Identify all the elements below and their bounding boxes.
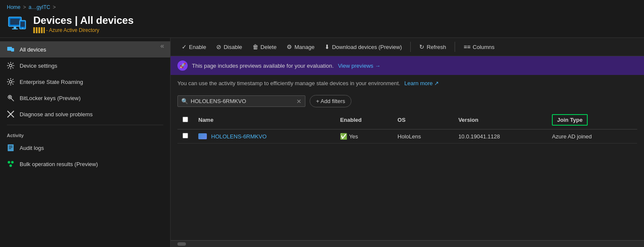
row-os-cell: HoloLens (392, 129, 453, 144)
breadcrumb-home[interactable]: Home (7, 4, 20, 10)
svg-point-9 (9, 64, 12, 67)
search-row: 🔍 ✕ + Add filters (171, 92, 644, 111)
horizontal-scrollbar[interactable] (171, 240, 644, 247)
collapse-button[interactable]: « (158, 41, 167, 51)
sidebar-item-diagnose-label: Diagnose and solve problems (20, 111, 93, 118)
sidebar-item-all-devices[interactable]: All devices (0, 41, 170, 57)
sidebar-item-device-settings-label: Device settings (20, 63, 57, 69)
search-input[interactable] (191, 98, 294, 104)
svg-rect-8 (11, 48, 14, 52)
enterprise-state-icon (7, 78, 15, 86)
header-title-row: Devices | All devices aaaa - Azure Activ… (7, 14, 637, 34)
header-subtitle-text: - Azure Active Directory (46, 27, 99, 33)
main-layout: « All devices Device settings (0, 38, 644, 247)
disable-icon: ⊘ (216, 43, 221, 50)
columns-icon: ≡≡ (464, 43, 470, 50)
sidebar-activity-header: Activity (0, 128, 170, 140)
device-row-icon (198, 133, 207, 139)
breadcrumb-sep2: > (53, 4, 56, 10)
device-name-link[interactable]: HOLOLENS-6RMKVO (198, 133, 330, 140)
svg-rect-5 (20, 22, 25, 27)
banner-link[interactable]: View previews → (338, 63, 380, 69)
col-header-enabled: Enabled (335, 111, 392, 129)
sidebar-item-audit-logs-label: Audit logs (20, 145, 44, 151)
table-header-row: Name Enabled OS Version Join Type (177, 111, 637, 129)
toolbar: ✓ Enable ⊘ Disable 🗑 Delete ⚙ Manage ⬇ D… (171, 38, 644, 56)
enabled-badge: ✅ Yes (340, 133, 387, 140)
row-name-cell: HOLOLENS-6RMKVO (193, 129, 335, 144)
enable-icon: ✓ (182, 43, 187, 50)
search-icon: 🔍 (181, 98, 188, 104)
col-header-join-type: Join Type (547, 111, 637, 129)
content-area: ✓ Enable ⊘ Disable 🗑 Delete ⚙ Manage ⬇ D… (171, 38, 644, 247)
banner-icon: 🚀 (177, 60, 188, 71)
sidebar-item-all-devices-label: All devices (20, 46, 46, 53)
sidebar-item-bulk-operation[interactable]: Bulk operation results (Preview) (0, 156, 170, 172)
sidebar-item-bitlocker-label: BitLocker keys (Preview) (20, 95, 81, 101)
download-button[interactable]: ⬇ Download devices (Preview) (320, 41, 406, 52)
learn-more-link[interactable]: Learn more ↗ (404, 80, 439, 86)
svg-rect-2 (14, 27, 16, 29)
info-text-area: You can use the activity timestamp to ef… (171, 75, 644, 92)
bitlocker-icon (7, 94, 15, 102)
all-devices-icon (7, 46, 15, 53)
download-icon: ⬇ (325, 43, 330, 50)
enable-button[interactable]: ✓ Enable (177, 41, 210, 52)
devices-table: Name Enabled OS Version Join Type (177, 111, 637, 144)
devices-header-icon (7, 14, 27, 34)
delete-button[interactable]: 🗑 Delete (248, 41, 281, 52)
svg-point-20 (8, 161, 10, 164)
columns-button[interactable]: ≡≡ Columns (459, 41, 499, 52)
sidebar-item-diagnose[interactable]: Diagnose and solve problems (0, 106, 170, 122)
green-check-icon: ✅ (340, 133, 347, 140)
device-settings-icon (7, 62, 15, 69)
info-text-content: You can use the activity timestamp to ef… (177, 80, 400, 86)
breadcrumb: Home > a…gyITC > (7, 4, 637, 10)
breadcrumb-tenant[interactable]: a…gyITC (29, 4, 50, 10)
sidebar-divider (7, 125, 163, 125)
delete-icon: 🗑 (252, 43, 258, 50)
sidebar: « All devices Device settings (0, 38, 171, 247)
manage-icon: ⚙ (287, 43, 292, 50)
preview-banner: 🚀 This page includes previews available … (171, 56, 644, 75)
svg-rect-16 (8, 144, 14, 151)
refresh-button[interactable]: ↻ Refresh (415, 41, 450, 52)
search-clear-button[interactable]: ✕ (296, 98, 302, 104)
select-all-checkbox[interactable] (183, 117, 188, 122)
row-enabled-cell: ✅ Yes (335, 129, 392, 144)
svg-point-13 (9, 96, 11, 98)
sidebar-item-bitlocker[interactable]: BitLocker keys (Preview) (0, 90, 170, 106)
sidebar-item-enterprise-state-label: Enterprise State Roaming (20, 79, 83, 85)
manage-button[interactable]: ⚙ Manage (282, 41, 319, 52)
select-all-cell (177, 111, 193, 129)
col-header-name: Name (193, 111, 335, 129)
breadcrumb-sep1: > (23, 4, 26, 10)
sidebar-item-enterprise-state-roaming[interactable]: Enterprise State Roaming (0, 74, 170, 90)
scroll-thumb[interactable] (177, 242, 186, 246)
row-checkbox[interactable] (183, 133, 188, 138)
add-filters-button[interactable]: + Add filters (310, 95, 351, 107)
svg-rect-3 (12, 29, 18, 29)
row-checkbox-cell (177, 129, 193, 144)
bulk-operation-icon (7, 160, 15, 168)
sidebar-item-bulk-operation-label: Bulk operation results (Preview) (20, 161, 98, 167)
toolbar-divider-2 (455, 42, 455, 52)
banner-text: This page includes previews available fo… (192, 63, 334, 69)
header-subtitle: aaaa - Azure Active Directory (33, 27, 133, 33)
svg-rect-1 (10, 19, 20, 25)
sidebar-item-audit-logs[interactable]: Audit logs (0, 140, 170, 156)
svg-point-21 (11, 161, 14, 164)
toolbar-divider (410, 42, 411, 52)
col-header-version: Version (453, 111, 547, 129)
tenant-name: aaaa (33, 27, 45, 33)
svg-line-12 (11, 98, 14, 101)
audit-logs-icon (7, 144, 15, 152)
header: Home > a…gyITC > Devices | All devices a… (0, 0, 644, 38)
disable-button[interactable]: ⊘ Disable (212, 41, 246, 52)
col-header-os: OS (392, 111, 453, 129)
page-title: Devices | All devices (33, 14, 133, 27)
search-box: 🔍 ✕ (177, 95, 305, 107)
sidebar-item-device-settings[interactable]: Device settings (0, 57, 170, 74)
row-version-cell: 10.0.19041.1128 (453, 129, 547, 144)
svg-point-10 (9, 80, 12, 83)
